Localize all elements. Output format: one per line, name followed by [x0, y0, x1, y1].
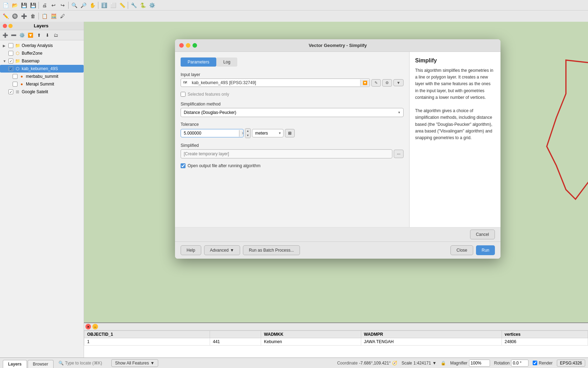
- unit-select[interactable]: meters feet degrees: [252, 129, 284, 137]
- dialog-params: Parameters Log Input layer 🗺 🔽 ✎: [175, 52, 410, 227]
- edit-toggle-btn[interactable]: ✏️: [1, 12, 10, 20]
- attribute-table: OBJECTID_1 WADMKK WADMPR vertices 1 441 …: [84, 330, 588, 346]
- coordinate-icon: 🧭: [392, 361, 397, 366]
- layer-visibility-check[interactable]: [13, 74, 18, 79]
- dialog-minimize-btn[interactable]: [186, 43, 190, 48]
- dialog-close-btn[interactable]: [179, 43, 184, 48]
- layer-item[interactable]: ● Merapi Summit: [0, 80, 84, 88]
- identify-btn[interactable]: ℹ️: [100, 1, 108, 9]
- copy-extent-btn[interactable]: ⊞: [285, 129, 295, 137]
- sidebar-min-btn[interactable]: [8, 24, 13, 28]
- bottom-close-bar: ✕ –: [84, 323, 588, 330]
- move-down-btn[interactable]: ⬇: [43, 31, 51, 39]
- output-input[interactable]: [181, 149, 392, 158]
- scale-dropdown-icon: ▼: [432, 361, 436, 366]
- measure-btn[interactable]: 📏: [118, 1, 126, 9]
- magnifier-input[interactable]: [469, 360, 490, 367]
- layer-item[interactable]: ▶ 📁 Overlay Analysis: [0, 42, 84, 49]
- traffic-lights: [179, 43, 197, 48]
- move-up-btn[interactable]: ⬆: [35, 31, 43, 39]
- locate-search-input[interactable]: [65, 361, 107, 366]
- layer-visibility-check[interactable]: [8, 59, 13, 63]
- undo-btn[interactable]: ↩: [49, 1, 58, 9]
- cancel-row: Cancel: [175, 227, 500, 241]
- show-features-btn[interactable]: Show All Features ▼: [111, 359, 159, 367]
- input-layer-input[interactable]: [189, 79, 360, 87]
- layer-item[interactable]: ⬡ BufferZone: [0, 49, 84, 57]
- filter-layer-btn[interactable]: 🔽: [27, 31, 34, 39]
- polygon-layer-icon: ⬡: [15, 50, 20, 56]
- bottom-panel-min-btn[interactable]: –: [92, 324, 98, 329]
- output-row: ···: [181, 149, 404, 158]
- bottom-panel-close-btn[interactable]: ✕: [85, 324, 91, 329]
- input-layer-edit-btn[interactable]: ✎: [371, 79, 381, 87]
- rotation-input[interactable]: [511, 360, 528, 367]
- input-layer-settings-btn[interactable]: ⚙: [382, 79, 392, 87]
- edit-node-btn[interactable]: 🔘: [10, 12, 19, 20]
- epsg-btn[interactable]: EPSG:4326: [557, 360, 585, 367]
- field-calc-btn[interactable]: 🧮: [49, 12, 58, 20]
- layer-visibility-check[interactable]: [8, 66, 13, 71]
- redo-btn[interactable]: ↪: [58, 1, 67, 9]
- run-btn[interactable]: Run: [476, 245, 495, 255]
- delete-feature-btn[interactable]: 🗑: [29, 12, 37, 20]
- layer-name: merbabu_summit: [26, 74, 58, 79]
- tab-browser[interactable]: Browser: [28, 360, 54, 368]
- layer-visibility-check[interactable]: [8, 89, 13, 94]
- lock-icon[interactable]: 🔒: [441, 361, 446, 366]
- layer-visibility-check[interactable]: [8, 51, 13, 56]
- input-layer-group: Input layer 🗺 🔽 ✎ ⚙ ▼: [181, 72, 404, 87]
- zoom-in-btn[interactable]: 🔍: [70, 1, 78, 9]
- col-header-vertices: vertices: [502, 331, 588, 338]
- layer-props-btn[interactable]: ⚙️: [18, 31, 26, 39]
- pan-btn[interactable]: ✋: [88, 1, 97, 9]
- tolerance-increment-btn[interactable]: ▲: [245, 129, 250, 133]
- remove-layer-btn[interactable]: ➖: [10, 31, 18, 39]
- new-project-btn[interactable]: 📄: [1, 1, 10, 9]
- output-browse-btn[interactable]: ···: [394, 150, 404, 158]
- open-output-checkbox[interactable]: [181, 163, 186, 168]
- run-batch-btn[interactable]: Run as Batch Process...: [243, 245, 300, 255]
- expand-all-btn[interactable]: 🗂: [52, 31, 59, 39]
- render-checkbox[interactable]: [533, 361, 537, 365]
- help-btn[interactable]: Help: [181, 245, 201, 255]
- dialog-maximize-btn[interactable]: [192, 43, 197, 48]
- table-row[interactable]: 1 441 Kebumen JAWA TENGAH 24806: [84, 338, 588, 346]
- add-layer-btn[interactable]: ➕: [1, 31, 9, 39]
- layer-item[interactable]: ⊞ Google Satelit: [0, 88, 84, 96]
- processing-btn[interactable]: ⚙️: [148, 1, 156, 9]
- save-as-btn[interactable]: 💾: [29, 1, 37, 9]
- open-project-btn[interactable]: 📂: [10, 1, 19, 9]
- tab-log[interactable]: Log: [216, 57, 237, 67]
- zoom-out-btn[interactable]: 🔎: [79, 1, 88, 9]
- simplification-method-select[interactable]: Distance (Douglas-Peucker): [181, 108, 404, 117]
- print-btn[interactable]: 🖨: [40, 1, 49, 9]
- sidebar-close-btn[interactable]: [3, 24, 7, 28]
- layer-visibility-check[interactable]: [8, 43, 13, 48]
- tolerance-input[interactable]: [181, 129, 239, 137]
- digitize-btn[interactable]: 🖊: [58, 12, 67, 20]
- input-layer-select-btn[interactable]: 🔽: [360, 80, 370, 86]
- show-features-label: Show All Features: [115, 361, 149, 366]
- layer-item[interactable]: ● merbabu_summit: [0, 73, 84, 80]
- layer-item[interactable]: ⬡ kab_kebumen_49S: [0, 65, 84, 73]
- layer-visibility-check[interactable]: [13, 82, 18, 87]
- plugins-btn[interactable]: 🔧: [130, 1, 138, 9]
- tab-layers[interactable]: Layers: [3, 360, 27, 368]
- select-btn[interactable]: ⬜: [109, 1, 117, 9]
- map-area[interactable]: Vector Geometry - Simplify Parameters Lo…: [84, 22, 588, 357]
- selected-features-checkbox[interactable]: [181, 92, 186, 97]
- layer-item[interactable]: ▼ 📁 Basemap: [0, 57, 84, 65]
- cancel-btn[interactable]: Cancel: [470, 230, 495, 239]
- python-btn[interactable]: 🐍: [139, 1, 147, 9]
- input-layer-expand-btn[interactable]: ▼: [393, 79, 404, 86]
- save-project-btn[interactable]: 💾: [20, 1, 28, 9]
- attribute-table-btn[interactable]: 📋: [40, 12, 49, 20]
- close-btn[interactable]: Close: [450, 245, 473, 255]
- tab-parameters[interactable]: Parameters: [181, 57, 216, 67]
- advanced-btn[interactable]: Advanced ▼: [204, 245, 240, 255]
- add-feature-btn[interactable]: ➕: [20, 12, 28, 20]
- tolerance-input-wrap: ✕: [181, 129, 244, 137]
- tolerance-decrement-btn[interactable]: ▼: [245, 133, 250, 138]
- tolerance-clear-btn[interactable]: ✕: [239, 130, 244, 137]
